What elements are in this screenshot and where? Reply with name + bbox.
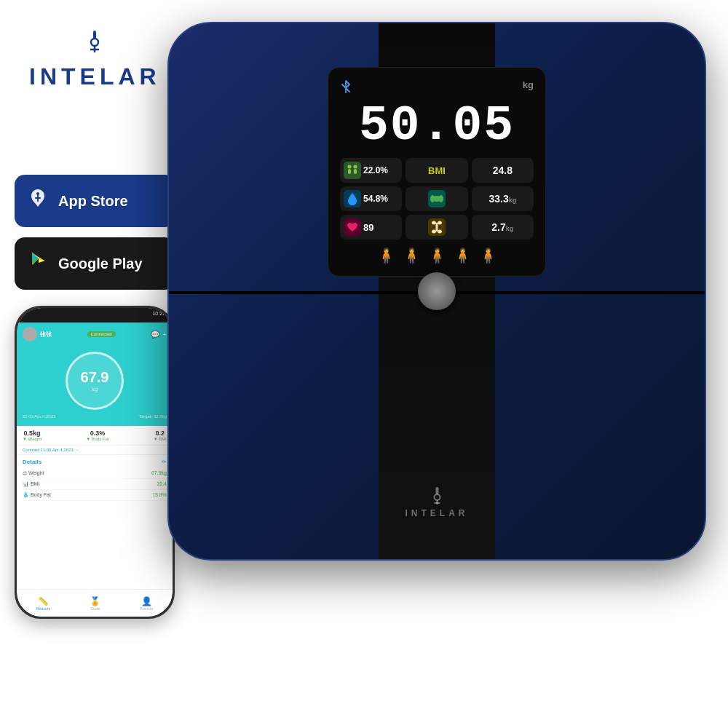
phone-stat-bmi-val: 0.2 bbox=[154, 430, 167, 437]
phone-chat-icon: 💬 bbox=[151, 331, 159, 339]
phone-stat-weight-val: 0.5kg bbox=[23, 430, 41, 437]
phone-detail-weight-value: 67.9kg bbox=[151, 470, 167, 476]
metric-heart-icon bbox=[344, 218, 361, 236]
svg-point-10 bbox=[348, 165, 352, 169]
appstore-icon bbox=[26, 186, 50, 215]
metric-water-value: 54.8% bbox=[363, 194, 388, 204]
metric-val2: 33.3kg bbox=[472, 186, 534, 211]
metric-val3-value: 2.7kg bbox=[491, 221, 513, 233]
metric-water-icon bbox=[344, 190, 361, 207]
svg-point-23 bbox=[434, 494, 440, 500]
phone-screen: 10:27 张张 Connected 💬 + 67.9 kg 22:03 Apr… bbox=[17, 308, 173, 617]
metric-val3: 2.7kg bbox=[472, 215, 534, 240]
metric-bmi-label: BMI bbox=[428, 165, 446, 176]
metric-body-value: 22.0% bbox=[363, 165, 388, 175]
metric-muscle bbox=[405, 186, 467, 211]
metric-val1-value: 24.8 bbox=[493, 165, 513, 176]
phone-stat-fat-val: 0.3% bbox=[86, 430, 109, 437]
metric-bone-icon bbox=[428, 218, 446, 236]
svg-point-20 bbox=[438, 230, 442, 234]
svg-point-15 bbox=[430, 195, 435, 202]
phone-details-edit[interactable]: ✏ bbox=[162, 459, 167, 465]
phone-stat-bmi-change: ▼ BMI bbox=[154, 437, 167, 441]
scale-sensor-button bbox=[418, 272, 456, 310]
phone-detail-weight-label: ⚖ Weight bbox=[23, 470, 44, 476]
phone-nav-measure-icon: 📏 bbox=[38, 596, 49, 606]
phone-detail-fat-label: 💧 Body Fat bbox=[23, 492, 51, 498]
person-icon-1: 🧍 bbox=[377, 247, 395, 264]
scale-container: kg 50.05 22.0% BMI 24.8 bbox=[167, 22, 721, 721]
metric-heart: 89 bbox=[340, 215, 402, 240]
svg-point-4 bbox=[36, 192, 39, 195]
brand-name: INTELAR bbox=[29, 63, 161, 90]
phone-contrast[interactable]: Contrast 21:06 Apr.4,2023 → bbox=[17, 446, 173, 455]
phone-details-title: Details bbox=[23, 459, 41, 465]
person-icon-4: 🧍 bbox=[454, 247, 472, 264]
brand-logo-icon bbox=[82, 29, 108, 60]
metric-heart-value: 89 bbox=[363, 222, 373, 233]
googleplay-button[interactable]: Google Play bbox=[15, 237, 175, 290]
svg-point-16 bbox=[439, 195, 443, 202]
phone-stat-fat-change: ▼ Body Fat bbox=[86, 437, 109, 441]
phone-time: 10:27 bbox=[152, 311, 165, 316]
svg-rect-21 bbox=[435, 223, 438, 232]
metric-bone bbox=[405, 215, 467, 240]
phone-date: 22:03 Apr.4,2023 bbox=[23, 414, 55, 419]
scale-brand-name: INTELAR bbox=[405, 508, 469, 518]
metric-body: 22.0% bbox=[340, 158, 402, 183]
phone-nav-measure-label: Measure bbox=[36, 606, 50, 611]
appstore-label: App Store bbox=[58, 193, 128, 210]
person-icon-5: 🧍 bbox=[479, 247, 497, 264]
metric-val1: 24.8 bbox=[472, 158, 534, 183]
metric-body-icon bbox=[344, 162, 361, 179]
googleplay-label: Google Play bbox=[58, 256, 143, 272]
phone-connected: Connected bbox=[87, 331, 116, 337]
phone-weight-unit: kg bbox=[92, 386, 98, 392]
phone-detail-bmi-label: 📊 BMI bbox=[23, 481, 39, 487]
metric-val2-value: 33.3kg bbox=[488, 193, 516, 205]
svg-point-1 bbox=[91, 39, 98, 46]
appstore-button[interactable]: App Store bbox=[15, 175, 175, 227]
svg-point-17 bbox=[432, 221, 436, 225]
scale-unit: kg bbox=[523, 79, 534, 97]
svg-point-11 bbox=[354, 165, 357, 169]
phone-nav-score-icon: 🏅 bbox=[90, 596, 100, 606]
phone-nav-score[interactable]: 🏅 Score bbox=[90, 596, 100, 611]
phone-nav-account[interactable]: 👤 Account bbox=[140, 596, 153, 611]
metric-water: 54.8% bbox=[340, 186, 402, 211]
googleplay-icon bbox=[26, 249, 50, 278]
svg-point-18 bbox=[438, 221, 442, 225]
svg-rect-13 bbox=[354, 169, 357, 174]
phone-mockup: 10:27 张张 Connected 💬 + 67.9 kg 22:03 Apr… bbox=[15, 306, 175, 619]
svg-rect-22 bbox=[435, 487, 438, 494]
phone-detail-bmi-value: 22.4 bbox=[157, 481, 167, 487]
phone-stat-weight-change: ▼ Weight bbox=[23, 437, 41, 441]
person-icon-3: 🧍 bbox=[428, 247, 446, 264]
phone-nav-measure[interactable]: 📏 Measure bbox=[36, 596, 50, 611]
person-icon-2: 🧍 bbox=[403, 247, 421, 264]
brand-logo: INTELAR bbox=[29, 29, 161, 90]
scale-body: kg 50.05 22.0% BMI 24.8 bbox=[167, 22, 706, 561]
phone-target: Target: 62.5kg bbox=[139, 414, 167, 419]
scale-bluetooth-icon bbox=[340, 79, 352, 97]
store-buttons-container: App Store Google Play bbox=[15, 175, 175, 290]
phone-add-icon: + bbox=[162, 331, 167, 339]
metric-muscle-icon bbox=[428, 190, 446, 207]
scale-weight: 50.05 bbox=[340, 101, 534, 151]
phone-weight: 67.9 bbox=[81, 369, 109, 386]
phone-nav-account-icon: 👤 bbox=[141, 596, 152, 606]
phone-nav-account-label: Account bbox=[140, 606, 153, 611]
metric-bmi: BMI bbox=[405, 158, 467, 183]
phone-username: 张张 bbox=[40, 331, 52, 339]
phone-nav-score-label: Score bbox=[90, 606, 100, 611]
scale-display: kg 50.05 22.0% BMI 24.8 bbox=[328, 67, 546, 277]
phone-detail-fat-value: 13.8% bbox=[152, 492, 167, 498]
scale-brand: INTELAR bbox=[405, 487, 469, 519]
svg-rect-12 bbox=[348, 169, 351, 174]
svg-point-19 bbox=[432, 230, 436, 234]
